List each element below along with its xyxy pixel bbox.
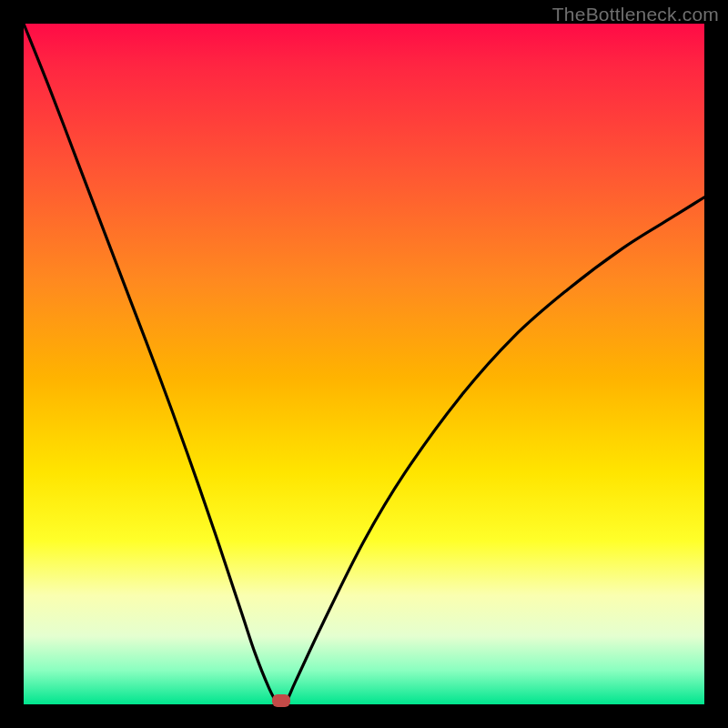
watermark-text: TheBottleneck.com [552, 4, 719, 25]
chart-frame: TheBottleneck.com [0, 0, 728, 728]
bottleneck-curve [24, 24, 704, 704]
plot-area [24, 24, 704, 704]
optimum-marker [272, 694, 290, 707]
